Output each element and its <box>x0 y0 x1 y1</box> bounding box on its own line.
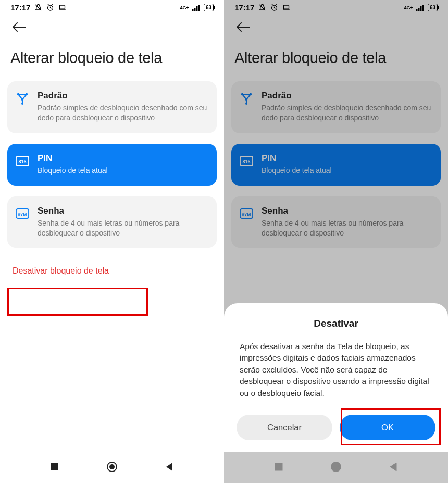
svg-rect-31 <box>275 463 282 470</box>
alarm-icon <box>270 4 278 11</box>
svg-rect-29 <box>240 209 253 218</box>
screen-right: 17:17 4G+ 63 <box>224 0 448 483</box>
svg-point-9 <box>21 103 23 105</box>
alarm-icon <box>46 4 54 11</box>
cancel-button[interactable]: Cancelar <box>237 415 332 440</box>
header <box>224 14 448 38</box>
nav-home[interactable] <box>104 461 120 473</box>
svg-rect-18 <box>284 5 289 9</box>
svg-point-7 <box>26 93 28 95</box>
svg-point-8 <box>21 98 23 101</box>
svg-text:816: 816 <box>18 159 26 164</box>
status-time: 17:17 <box>10 3 30 12</box>
laptop-icon <box>282 4 290 11</box>
option-pin[interactable]: 816 PIN Bloqueio de tela atual <box>7 144 217 186</box>
password-icon: #7M <box>16 207 29 220</box>
pattern-icon <box>16 92 29 105</box>
svg-point-17 <box>272 5 277 10</box>
option-pattern[interactable]: Padrão Padrão simples de desbloqueio des… <box>231 81 441 133</box>
network-type: 4G+ <box>180 5 189 10</box>
nav-bar <box>0 452 224 483</box>
svg-point-16 <box>109 464 115 469</box>
disable-lock-link[interactable]: Desativar bloqueio de tela <box>0 248 224 294</box>
svg-rect-4 <box>196 6 198 11</box>
svg-rect-21 <box>420 6 422 11</box>
svg-rect-19 <box>416 9 418 11</box>
option-pattern-title: Padrão <box>38 91 208 101</box>
svg-point-23 <box>241 93 243 95</box>
back-button[interactable] <box>9 19 29 35</box>
battery-icon: 63 <box>428 4 438 11</box>
pin-icon: 816 <box>240 154 253 168</box>
nav-bar <box>224 452 448 483</box>
status-time: 17:17 <box>234 3 254 12</box>
svg-rect-1 <box>60 5 65 9</box>
svg-point-6 <box>17 93 19 95</box>
nav-recent[interactable] <box>47 463 63 471</box>
svg-rect-5 <box>198 5 200 11</box>
dnd-icon <box>258 4 266 11</box>
svg-rect-27 <box>240 156 253 166</box>
svg-point-24 <box>250 93 252 95</box>
pattern-icon <box>240 92 253 105</box>
option-pattern[interactable]: Padrão Padrão simples de desbloqueio des… <box>7 81 217 133</box>
option-password[interactable]: #7M Senha Senha de 4 ou mais letras ou n… <box>7 196 217 249</box>
signal-icon <box>192 5 201 11</box>
svg-rect-3 <box>194 8 196 11</box>
option-pattern-desc: Padrão simples de desbloqueio desenhado … <box>262 103 432 123</box>
option-pattern-title: Padrão <box>262 91 432 101</box>
nav-home[interactable] <box>328 461 344 473</box>
option-pin-desc: Bloqueio de tela atual <box>38 166 208 176</box>
nav-back[interactable] <box>385 462 401 472</box>
screen-left: 17:17 4G+ 63 <box>0 0 224 483</box>
signal-icon <box>416 5 425 11</box>
header <box>0 14 224 38</box>
main-content-left: 17:17 4G+ 63 <box>0 0 224 452</box>
laptop-icon <box>58 4 66 11</box>
nav-recent[interactable] <box>271 463 287 471</box>
option-password-desc: Senha de 4 ou mais letras ou números par… <box>38 218 208 238</box>
disable-dialog: Desativar Após desativar a senha da Tela… <box>224 303 448 452</box>
option-pin-desc: Bloqueio de tela atual <box>262 166 432 176</box>
svg-rect-14 <box>51 463 58 470</box>
nav-back[interactable] <box>161 462 177 472</box>
svg-point-25 <box>245 98 247 101</box>
ok-button[interactable]: OK <box>340 415 435 440</box>
option-password-desc: Senha de 4 ou mais letras ou números par… <box>262 218 432 238</box>
svg-text:#7M: #7M <box>242 212 251 217</box>
lock-options-list: Padrão Padrão simples de desbloqueio des… <box>0 81 224 248</box>
dialog-actions: Cancelar OK <box>237 415 435 440</box>
option-pattern-desc: Padrão simples de desbloqueio desenhado … <box>38 103 208 123</box>
battery-icon: 63 <box>204 4 214 11</box>
svg-point-33 <box>333 464 339 469</box>
svg-text:816: 816 <box>242 159 250 164</box>
option-pin-title: PIN <box>38 153 208 164</box>
dialog-title: Desativar <box>237 318 435 329</box>
pin-icon: 816 <box>16 154 29 168</box>
svg-point-26 <box>245 103 247 105</box>
svg-rect-22 <box>422 5 424 11</box>
option-password[interactable]: #7M Senha Senha de 4 ou mais letras ou n… <box>231 196 441 249</box>
svg-text:#7M: #7M <box>18 212 27 217</box>
option-password-title: Senha <box>38 206 208 216</box>
lock-options-list: Padrão Padrão simples de desbloqueio des… <box>224 81 448 248</box>
option-pin[interactable]: 816 PIN Bloqueio de tela atual <box>231 144 441 186</box>
page-title: Alterar bloqueio de tela <box>224 38 448 81</box>
dialog-body: Após desativar a senha da Tela de bloque… <box>237 341 435 399</box>
status-bar: 17:17 4G+ 63 <box>0 0 224 14</box>
svg-rect-2 <box>192 9 194 11</box>
network-type: 4G+ <box>404 5 413 10</box>
status-bar: 17:17 4G+ 63 <box>224 0 448 14</box>
page-title: Alterar bloqueio de tela <box>0 38 224 81</box>
svg-rect-20 <box>418 8 420 11</box>
back-button[interactable] <box>233 19 253 35</box>
option-pin-title: PIN <box>262 153 432 164</box>
option-password-title: Senha <box>262 206 432 216</box>
dnd-icon <box>34 4 42 11</box>
password-icon: #7M <box>240 207 253 220</box>
main-content-right: 17:17 4G+ 63 <box>224 0 448 452</box>
